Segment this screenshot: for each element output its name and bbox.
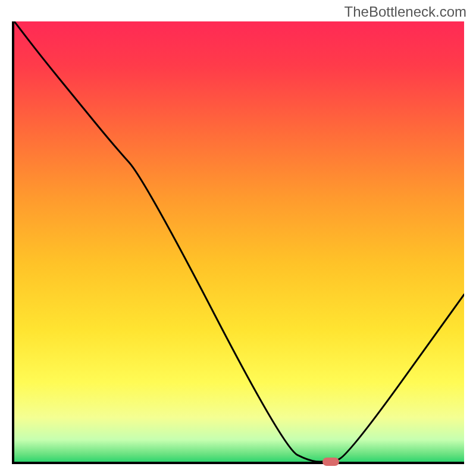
watermark-text: TheBottleneck.com <box>345 4 466 20</box>
bottleneck-curve <box>14 21 464 462</box>
plot-area <box>12 21 464 464</box>
chart-container: TheBottleneck.com <box>0 0 476 476</box>
optimal-marker <box>322 458 339 466</box>
